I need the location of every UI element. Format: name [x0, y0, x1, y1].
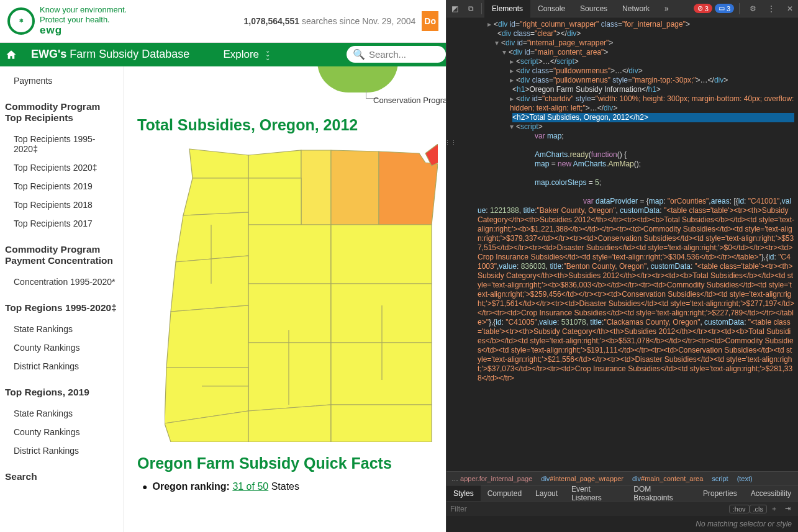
- devtools-splitter-icon[interactable]: ⋮⋮: [445, 140, 457, 146]
- stab-styles[interactable]: Styles: [447, 485, 481, 502]
- sidebar-item[interactable]: District Rankings: [5, 441, 117, 460]
- tab-network[interactable]: Network: [615, 0, 657, 17]
- ewg-logo-icon[interactable]: ✻: [7, 7, 35, 35]
- tagline-2: Protect your health.: [40, 15, 127, 25]
- styles-filter-input[interactable]: [450, 505, 729, 513]
- sidebar-heading: Commodity Program Top Recipients: [5, 101, 117, 124]
- sidebar-item[interactable]: Top Recipients 2017: [5, 214, 117, 233]
- dom-breadcrumb[interactable]: … apper.for_internal_page div#internal_p…: [447, 471, 798, 485]
- chevron-down-icon: ⌄⌄⌄: [265, 49, 270, 60]
- search-count: 1,078,564,551 searches since Nov. 29, 20…: [127, 16, 422, 26]
- close-icon[interactable]: ✕: [782, 4, 798, 13]
- stab-a11y[interactable]: Accessibility: [744, 485, 798, 502]
- sidebar-item[interactable]: District Rankings: [5, 357, 117, 376]
- donate-button[interactable]: Do: [422, 11, 438, 31]
- sidebar-item[interactable]: State Rankings: [5, 404, 117, 423]
- toggle-pane-icon[interactable]: ⇥: [781, 504, 794, 513]
- ranking-link[interactable]: 31 of 50: [232, 481, 268, 492]
- selected-dom-node[interactable]: <h2>Total Subsidies, Oregon, 2012</h2>: [512, 113, 794, 122]
- explore-menu[interactable]: Explore ⌄⌄⌄: [223, 48, 270, 61]
- sidebar-item[interactable]: Top Recipients 1995-2020‡: [5, 130, 117, 158]
- sidebar-heading: Top Regions 1995-2020‡: [5, 302, 117, 313]
- sidebar-item[interactable]: Top Recipients 2020‡: [5, 158, 117, 177]
- sidebar-heading: Top Regions, 2019: [5, 387, 117, 398]
- quick-facts-title: Oregon Farm Subsidy Quick Facts: [137, 454, 432, 472]
- pie-chart-fragment: Conservation Programs: [317, 68, 432, 105]
- dom-tree[interactable]: ▸<div id="right_column_wrapper" class="f…: [447, 17, 798, 471]
- sidebar-item[interactable]: Top Recipients 2019: [5, 177, 117, 196]
- message-badge[interactable]: ▭ 3: [715, 4, 734, 13]
- sidebar-item[interactable]: Top Recipients 2018: [5, 196, 117, 214]
- sidebar-item[interactable]: County Rankings: [5, 338, 117, 357]
- inspect-icon[interactable]: ◩: [447, 4, 463, 13]
- hov-toggle[interactable]: :hov: [729, 505, 750, 513]
- quick-fact-line: Oregon ranking: 31 of 50 States: [152, 481, 299, 492]
- brand-text: ewg: [40, 24, 127, 37]
- search-input-wrap[interactable]: 🔍: [347, 46, 446, 63]
- kebab-icon[interactable]: ⋮: [763, 4, 779, 13]
- site-title[interactable]: EWG's Farm Subsidy Database: [22, 48, 198, 61]
- sidebar-heading: Search: [5, 471, 117, 482]
- tab-more-icon[interactable]: »: [657, 0, 676, 17]
- map-title: Total Subsidies, Oregon, 2012: [137, 116, 432, 134]
- sidebar-item-payments[interactable]: Payments: [5, 71, 117, 90]
- stab-dombp[interactable]: DOM Breakpoints: [627, 485, 696, 502]
- cls-toggle[interactable]: .cls: [750, 505, 768, 513]
- search-input[interactable]: [369, 49, 443, 60]
- styles-empty-text: No matching selector or style: [447, 516, 798, 532]
- sidebar-item[interactable]: State Rankings: [5, 320, 117, 338]
- bullet-icon: ●: [142, 482, 147, 492]
- stab-computed[interactable]: Computed: [481, 485, 528, 502]
- error-badge[interactable]: ⊘ 3: [694, 4, 712, 13]
- device-toggle-icon[interactable]: ⧉: [463, 4, 479, 13]
- tab-console[interactable]: Console: [530, 0, 573, 17]
- stab-event[interactable]: Event Listeners: [564, 485, 627, 502]
- tagline-1: Know your environment.: [40, 5, 127, 15]
- search-icon: 🔍: [353, 48, 365, 60]
- tab-elements[interactable]: Elements: [484, 0, 530, 17]
- stab-props[interactable]: Properties: [696, 485, 744, 502]
- new-style-icon[interactable]: ＋: [767, 503, 781, 514]
- sidebar-item[interactable]: County Rankings: [5, 423, 117, 441]
- sidebar-item[interactable]: Concentration 1995-2020*: [5, 273, 117, 291]
- gear-icon[interactable]: ⚙: [745, 4, 761, 13]
- tab-sources[interactable]: Sources: [573, 0, 615, 17]
- pie-slice-label: Conservation Programs: [373, 96, 446, 105]
- sidebar-heading: Commodity Program Payment Concentration: [5, 244, 117, 266]
- oregon-choropleth-map[interactable]: [165, 144, 438, 442]
- stab-layout[interactable]: Layout: [528, 485, 564, 502]
- home-icon[interactable]: [0, 49, 22, 60]
